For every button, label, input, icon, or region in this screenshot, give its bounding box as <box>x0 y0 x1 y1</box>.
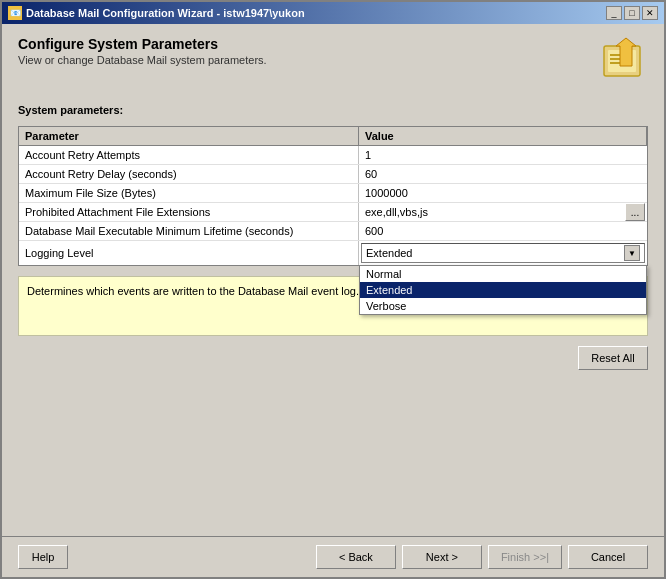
selected-value: Extended <box>366 247 412 259</box>
param-min-lifetime: Database Mail Executable Minimum Lifetim… <box>19 222 359 240</box>
next-button[interactable]: Next > <box>402 545 482 569</box>
close-button[interactable]: ✕ <box>642 6 658 20</box>
table-row: Account Retry Delay (seconds) 60 <box>19 165 647 184</box>
dropdown-item-normal[interactable]: Normal <box>360 266 646 282</box>
logging-level-row: Logging Level Extended ▼ Normal Extended… <box>19 241 647 265</box>
value-prohibited-extensions: exe,dll,vbs,js ... <box>359 203 647 221</box>
reset-all-button[interactable]: Reset All <box>578 346 648 370</box>
table-row: Maximum File Size (Bytes) 1000000 <box>19 184 647 203</box>
param-max-file-size: Maximum File Size (Bytes) <box>19 184 359 202</box>
value-min-lifetime[interactable]: 600 <box>359 222 647 240</box>
bottom-left-buttons: Help <box>18 545 68 569</box>
page-title: Configure System Parameters <box>18 36 267 52</box>
col-header-param: Parameter <box>19 127 359 145</box>
table-row: Database Mail Executable Minimum Lifetim… <box>19 222 647 241</box>
header-text: Configure System Parameters View or chan… <box>18 36 267 66</box>
parameters-table: Parameter Value Account Retry Attempts 1… <box>18 126 648 266</box>
maximize-button[interactable]: □ <box>624 6 640 20</box>
bottom-right-buttons: < Back Next > Finish >>| Cancel <box>316 545 648 569</box>
table-row: Prohibited Attachment File Extensions ex… <box>19 203 647 222</box>
table-header: Parameter Value <box>19 127 647 146</box>
param-retry-attempts: Account Retry Attempts <box>19 146 359 164</box>
value-retry-attempts[interactable]: 1 <box>359 146 647 164</box>
content-area: Configure System Parameters View or chan… <box>2 24 664 536</box>
back-button[interactable]: < Back <box>316 545 396 569</box>
logging-level-dropdown-list: Normal Extended Verbose <box>359 265 647 315</box>
title-bar-buttons: _ □ ✕ <box>606 6 658 20</box>
wizard-icon <box>596 36 648 88</box>
table-row: Account Retry Attempts 1 <box>19 146 647 165</box>
section-label: System parameters: <box>18 104 648 116</box>
title-bar: 📧 Database Mail Configuration Wizard - i… <box>2 2 664 24</box>
param-prohibited-extensions: Prohibited Attachment File Extensions <box>19 203 359 221</box>
value-retry-delay[interactable]: 60 <box>359 165 647 183</box>
param-retry-delay: Account Retry Delay (seconds) <box>19 165 359 183</box>
logging-level-select-wrapper: Extended ▼ <box>359 241 647 265</box>
dropdown-arrow-icon: ▼ <box>624 245 640 261</box>
window-title: Database Mail Configuration Wizard - ist… <box>26 7 305 19</box>
dropdown-item-extended[interactable]: Extended <box>360 282 646 298</box>
bottom-bar: Help < Back Next > Finish >>| Cancel <box>2 536 664 577</box>
param-logging-level: Logging Level <box>19 241 359 265</box>
title-bar-left: 📧 Database Mail Configuration Wizard - i… <box>8 6 305 20</box>
ellipsis-button[interactable]: ... <box>625 203 645 221</box>
minimize-button[interactable]: _ <box>606 6 622 20</box>
wizard-window: 📧 Database Mail Configuration Wizard - i… <box>0 0 666 579</box>
value-max-file-size[interactable]: 1000000 <box>359 184 647 202</box>
finish-button[interactable]: Finish >>| <box>488 545 562 569</box>
page-subtitle: View or change Database Mail system para… <box>18 54 267 66</box>
dropdown-item-verbose[interactable]: Verbose <box>360 298 646 314</box>
logging-level-select[interactable]: Extended ▼ <box>361 243 645 263</box>
col-header-value: Value <box>359 127 647 145</box>
reset-all-row: Reset All <box>18 342 648 374</box>
header-section: Configure System Parameters View or chan… <box>18 36 648 94</box>
cancel-button[interactable]: Cancel <box>568 545 648 569</box>
help-button[interactable]: Help <box>18 545 68 569</box>
window-icon: 📧 <box>8 6 22 20</box>
